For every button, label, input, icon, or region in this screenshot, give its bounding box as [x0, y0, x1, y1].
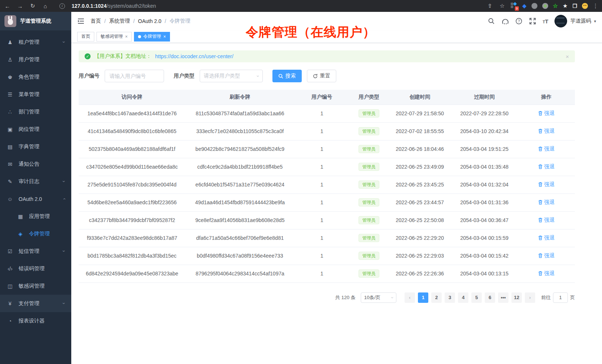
logo-avatar: [4, 15, 16, 27]
browser-menu-icon[interactable]: ⋮: [593, 3, 598, 9]
browser-home-icon[interactable]: ⌂: [42, 3, 49, 9]
action-cell: 强退: [518, 122, 575, 140]
page-button-4[interactable]: 4: [458, 292, 468, 303]
prev-page-button[interactable]: ‹: [405, 292, 415, 303]
page-button-5[interactable]: 5: [471, 292, 482, 303]
help-icon[interactable]: ?: [515, 17, 523, 25]
force-logout-button[interactable]: 强退: [538, 217, 554, 224]
force-logout-button[interactable]: 强退: [538, 270, 554, 277]
tenant-icon: ♟: [7, 39, 13, 45]
user-type-badge: 管理员: [359, 109, 379, 118]
sidebar-item-department[interactable]: ∴ 部门管理: [0, 103, 71, 120]
sidebar-item-tenant[interactable]: ♟ 租户管理 ›: [0, 33, 71, 51]
user-type-badge: 管理员: [359, 145, 379, 153]
user-menu[interactable]: 芋道源码 ▾: [554, 15, 596, 27]
address-bar[interactable]: 127.0.0.1:1024/system/oauth2/token: [72, 3, 481, 9]
breadcrumb-oauth[interactable]: OAuth 2.0: [138, 18, 161, 24]
star-extension-icon[interactable]: ★: [563, 3, 567, 9]
force-logout-button[interactable]: 强退: [538, 252, 554, 259]
sidebar-item-report-designer[interactable]: ◔ 报表设计器: [0, 312, 71, 330]
app-logo[interactable]: 芋道管理系统: [0, 12, 71, 30]
sidebar-item-audit-log[interactable]: ✎ 审计日志 ›: [0, 173, 71, 190]
force-logout-button[interactable]: 强退: [538, 199, 554, 206]
sidebar-item-token[interactable]: ◈ 令牌管理: [0, 225, 71, 242]
font-size-icon[interactable]: TT: [543, 18, 548, 24]
profile-emoji-icon[interactable]: [582, 3, 588, 9]
site-info-icon[interactable]: i: [59, 3, 65, 9]
force-logout-button[interactable]: 强退: [538, 110, 554, 117]
sidebar-item-role[interactable]: ♚ 角色管理: [0, 68, 71, 86]
page-content: ✓ 【用户体系】文档地址： https://doc.iocoder.cn/use…: [71, 43, 602, 310]
col-access-token: 访问令牌: [79, 90, 185, 105]
breadcrumb-system[interactable]: 系统管理: [109, 18, 130, 24]
extension-circle-icon[interactable]: [531, 3, 537, 9]
close-icon[interactable]: ×: [163, 34, 166, 39]
sidebar-item-user[interactable]: ♙ 用户管理: [0, 51, 71, 68]
sidebar-item-notice[interactable]: ✉ 通知公告: [0, 155, 71, 173]
breadcrumb-separator: /: [133, 18, 135, 24]
page-button-12[interactable]: 12: [511, 292, 522, 303]
force-logout-button[interactable]: 强退: [538, 146, 554, 152]
sidebar-item-dict[interactable]: ▤ 字典管理: [0, 138, 71, 155]
sms-icon: ☑: [7, 248, 13, 254]
page-button-2[interactable]: 2: [431, 292, 442, 303]
tab-sensitive-word[interactable]: 敏感词管理×: [96, 32, 132, 42]
user-type-select[interactable]: 请选择用户类型›: [200, 70, 263, 82]
user-id-cell: 1: [295, 122, 349, 140]
sidebar-toggle-extension-icon[interactable]: ❐: [572, 3, 577, 9]
page-button-1[interactable]: 1: [418, 292, 428, 303]
hamburger-icon[interactable]: [77, 17, 85, 25]
tab-token[interactable]: 令牌管理×: [134, 32, 170, 42]
sidebar-item-menu[interactable]: ☰ 菜单管理: [0, 86, 71, 103]
chevron-up-icon: ›: [61, 198, 66, 199]
sidebar-item-sms[interactable]: ☑ 短信管理 ›: [0, 242, 71, 260]
expires-cell: 2054-03-04 01:35:48: [451, 158, 518, 176]
sidebar-item-sensitive-word[interactable]: ◫ 敏感词管理: [0, 277, 71, 295]
sidebar-item-oauth[interactable]: ☺ OAuth 2.0 ›: [0, 190, 71, 208]
page-button-6[interactable]: 6: [485, 292, 495, 303]
share-icon[interactable]: ⇧: [486, 3, 494, 9]
force-logout-button[interactable]: 强退: [538, 235, 554, 241]
page-size-select[interactable]: 10条/页›: [361, 292, 396, 303]
gem-extension-icon[interactable]: ◆: [522, 3, 527, 9]
sidebar-item-application[interactable]: ▦ 应用管理: [0, 208, 71, 225]
page-button-3[interactable]: 3: [445, 292, 455, 303]
green-star-extension-icon[interactable]: ☆: [553, 3, 558, 9]
search-button[interactable]: 搜索: [272, 70, 302, 82]
force-logout-button[interactable]: 强退: [538, 128, 554, 135]
navbar-actions: ? TT 芋道源码 ▾: [488, 15, 596, 27]
sidebar-item-payment[interactable]: ¥ 支付管理 ›: [0, 295, 71, 312]
search-icon[interactable]: [488, 17, 495, 25]
record-extension-icon[interactable]: [542, 3, 548, 9]
sidebar-item-post[interactable]: ▣ 岗位管理: [0, 120, 71, 138]
tab-home[interactable]: 首页: [77, 32, 94, 42]
sidebar-item-error-code[interactable]: ‹/› 错误码管理: [0, 260, 71, 277]
action-cell: 强退: [518, 140, 575, 158]
user-id-cell: 1: [295, 265, 349, 282]
close-icon[interactable]: ×: [125, 34, 128, 39]
user-id-input[interactable]: [105, 70, 164, 82]
force-logout-button[interactable]: 强退: [538, 163, 554, 170]
fullscreen-icon[interactable]: [529, 17, 536, 25]
breadcrumb-home[interactable]: 首页: [91, 18, 101, 24]
bookmark-star-icon[interactable]: ☆: [498, 3, 506, 9]
extension-diamond: [513, 2, 517, 6]
alert-close-icon[interactable]: ×: [566, 53, 569, 60]
extensions-icon[interactable]: 9: [511, 3, 517, 9]
user-type-cell: 管理员: [349, 105, 389, 122]
more-pages-button[interactable]: •••: [498, 292, 508, 303]
force-logout-button[interactable]: 强退: [538, 181, 554, 188]
col-user-id: 用户编号: [295, 90, 349, 105]
doc-link[interactable]: https://doc.iocoder.cn/user-center/: [155, 53, 233, 59]
browser-back-icon[interactable]: ←: [4, 3, 11, 9]
github-icon[interactable]: [501, 17, 509, 25]
browser-reload-icon[interactable]: ↻: [29, 3, 36, 9]
reset-button[interactable]: 重置: [307, 70, 336, 82]
goto-page-input[interactable]: [553, 292, 568, 303]
sidebar: 芋道管理系统 ♟ 租户管理 › ♙ 用户管理 ♚ 角色管理 ☰ 菜单管理 ∴: [0, 12, 71, 364]
table-row: 1ea5e44f8bc1467aaede43144f31de76 811c530…: [79, 105, 575, 122]
next-page-button[interactable]: ›: [525, 292, 535, 303]
user-type-badge: 管理员: [359, 198, 379, 206]
browser-forward-icon[interactable]: →: [16, 3, 24, 9]
avatar: [554, 15, 567, 27]
